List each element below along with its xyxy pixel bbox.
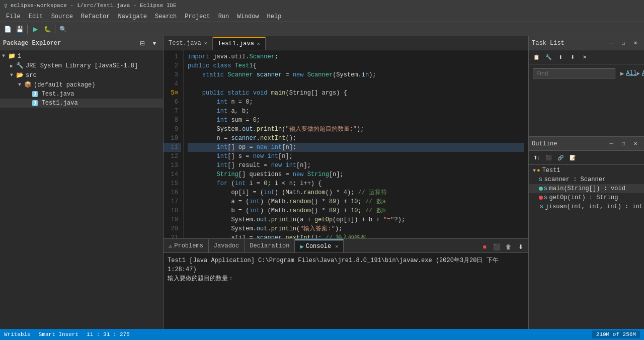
menu-item-search[interactable]: Search [151,12,181,21]
test-java-label: Test.java [42,91,74,98]
tree-item-root[interactable]: ▼ 📁 1 [0,51,163,61]
menu-item-navigate[interactable]: Navigate [114,12,151,21]
ol-filter-btn[interactable]: ⬛ [543,153,554,163]
tl-close-btn[interactable]: ✕ [630,38,641,48]
toolbar: 📄 💾 ▶ 🐛 🔍 [0,22,644,36]
main-content: Package Explorer ⊟ ▼ ▼ 📁 1 ▶ 🔧 JRE Syste… [0,36,644,329]
tl-header-btns: ─ □ ✕ [606,38,641,48]
window-title: eclipse-workspace - 1/src/Test1.java - E… [11,3,177,9]
pe-collapse-btn[interactable]: ⊟ [137,38,148,49]
tl-toolbar-area: 📋 🔧 ⬆ ⬇ ✕ [529,50,644,64]
ol-min-btn[interactable]: ─ [606,139,617,149]
tasklist-title: Task List [532,40,565,47]
pe-menu-btn[interactable]: ▼ [149,38,160,49]
menu-item-help[interactable]: Help [263,12,286,21]
pe-toolbar: ⊟ ▼ [137,38,160,49]
problems-label: Problems [174,242,203,249]
code-content[interactable]: import java.util.Scanner; public class T… [184,50,528,238]
outline-item-main[interactable]: S main(String[]) : void [529,184,644,193]
ol-jisuan-icon: S [540,204,543,210]
code-line-1: import java.util.Scanner; [188,52,524,61]
tree-item-default-pkg[interactable]: ▼ 📦 (default package) [0,80,163,90]
status-bar: Writable Smart Insert 11 : 31 : 275 210M… [0,329,644,340]
test1-java-label: Test1.java [42,100,78,107]
tree-item-src[interactable]: ▼ 📂 src [0,70,163,80]
code-line-20: System.out.println("输入答案:"); [188,224,524,233]
menu-item-run[interactable]: Run [214,12,233,21]
code-line-15: for (int i = 0; i < n; i++) { [188,179,524,188]
menu-item-refactor[interactable]: Refactor [77,12,114,21]
ol-field-icon: S [539,177,542,183]
tl-find-row: ▶ All ▶ Activate... [529,64,644,82]
menu-item-file[interactable]: File [2,12,25,21]
tl-toolbar-btn2[interactable]: 🔧 [543,52,554,62]
tl-min-btn[interactable]: ─ [606,38,617,48]
console-label: Console [306,243,331,250]
tab-test-java[interactable]: Test.java ✕ [164,37,213,50]
tab-declaration[interactable]: Declaration [245,239,295,252]
close-test1-tab[interactable]: ✕ [257,41,260,47]
status-writable: Writable [4,331,31,337]
console-clear-btn[interactable]: 🗑 [503,241,514,252]
tree-item-test-java[interactable]: ▶ J Test.java [0,90,163,99]
tab-test1-label: Test1.java [218,40,254,47]
ol-sort-btn[interactable]: ⬆↓ [531,153,542,163]
code-line-12: int[] s = new int[n]; [188,152,524,161]
console-close-icon[interactable]: ✕ [335,243,338,249]
search-button[interactable]: 🔍 [57,24,68,35]
tab-problems[interactable]: ⚠ Problems [164,239,209,252]
tasklist-panel: Task List ─ □ ✕ 📋 🔧 ⬆ ⬇ ✕ ▶ All ▶ Activa… [529,36,644,137]
outline-item-scanner[interactable]: S scanner : Scanner [529,175,644,184]
code-line-5: public static void main(String[] args) { [188,89,524,98]
tab-test1-java[interactable]: Test1.java ✕ [213,37,266,50]
run-button[interactable]: ▶ [30,24,41,35]
tl-all-label[interactable]: All [626,70,637,77]
console-scroll-btn[interactable]: ⬇ [515,241,526,252]
tl-toolbar-btn4[interactable]: ⬇ [567,52,578,62]
code-line-11: int[] op = new int[n]; [188,143,524,152]
ol-max-btn[interactable]: □ [618,139,629,149]
outline-item-getop[interactable]: S getOp(int) : String [529,193,644,202]
ol-main-icon: S [544,186,547,192]
save-button[interactable]: 💾 [14,24,25,35]
tl-toolbar-btn1[interactable]: 📋 [531,52,542,62]
code-editor[interactable]: 1 2 3 4 5⊖ 6 7 8 9 10 11 12 13 14 15 16 … [164,50,528,238]
outline-title: Outline [532,140,557,147]
menu-item-project[interactable]: Project [181,12,214,21]
tree-item-test1-java[interactable]: ▶ J Test1.java [0,99,163,108]
ol-fields-btn[interactable]: 📝 [567,153,578,163]
ol-sync-btn[interactable]: 🔗 [555,153,566,163]
code-line-10: n = scanner.nextInt(); [188,134,524,143]
java-file-icon-test: J [32,91,38,97]
menu-item-edit[interactable]: Edit [25,12,47,21]
package-icon: 📦 [24,81,32,89]
menu-item-source[interactable]: Source [47,12,77,21]
outline-item-jisuan[interactable]: S jisuan(int, int, int) : int [529,202,644,211]
code-line-18: b = (int) (Math.random() * 89) + 10; // … [188,206,524,215]
ol-getop-icon: S [544,195,547,201]
outline-item-test1[interactable]: ▼ ● Test1 [529,166,644,175]
code-line-8: int sum = 0; [188,116,524,125]
tl-max-btn[interactable]: □ [618,38,629,48]
tl-toolbar-btn3[interactable]: ⬆ [555,52,566,62]
console-terminate-btn[interactable]: ⬛ [491,241,502,252]
project-label: 1 [18,53,21,60]
close-test-tab[interactable]: ✕ [204,40,207,46]
tasklist-find-input[interactable] [533,68,615,78]
tree-item-jre[interactable]: ▶ 🔧 JRE System Library [JavaSE-1.8] [0,61,163,70]
ol-class-label: Test1 [542,167,560,174]
ol-close-btn[interactable]: ✕ [630,139,641,149]
problems-icon: ⚠ [169,242,172,250]
tab-console[interactable]: ▶ Console ✕ [295,239,344,252]
tl-toolbar-btn5[interactable]: ✕ [579,52,590,62]
library-icon: 🔧 [16,62,24,69]
code-line-13: int[] result = new int[n]; [188,161,524,170]
console-stop-btn[interactable]: ■ [479,241,490,252]
debug-button[interactable]: 🐛 [42,24,53,35]
code-line-19: System.out.println(a + getOp(op[i]) + b … [188,215,524,224]
new-button[interactable]: 📄 [2,24,13,35]
tab-javadoc[interactable]: Javadoc [209,239,245,252]
tl-activate-label[interactable]: Activate... [642,70,644,77]
menu-item-window[interactable]: Window [233,12,263,21]
status-memory[interactable]: 210M of 256M [592,330,640,338]
